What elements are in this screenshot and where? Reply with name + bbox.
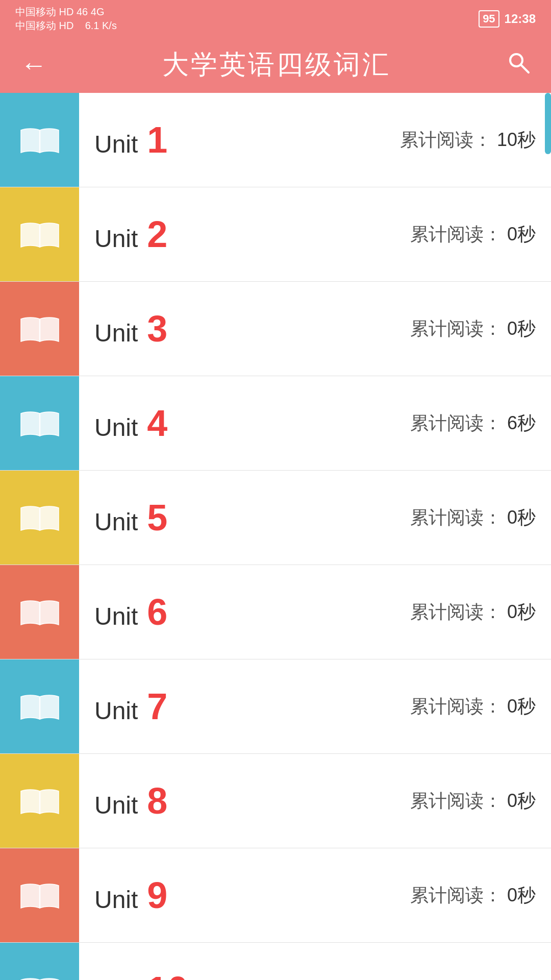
unit-row-3[interactable]: Unit 3 累计阅读： 0秒: [0, 282, 551, 376]
unit-reading-9: 累计阅读： 0秒: [410, 883, 536, 908]
unit-reading-6: 累计阅读： 0秒: [410, 600, 536, 625]
unit-row-7[interactable]: Unit 7 累计阅读： 0秒: [0, 659, 551, 754]
unit-row-10[interactable]: Unit 10 累计阅读： 0秒: [0, 943, 551, 980]
unit-content-3: Unit 3 累计阅读： 0秒: [79, 282, 551, 376]
unit-number-3: 3: [147, 310, 167, 347]
unit-label-5: Unit 5: [94, 499, 167, 536]
unit-icon-2: [0, 187, 79, 281]
unit-text-1: Unit: [94, 130, 138, 158]
unit-reading-time-7: 0秒: [507, 696, 536, 717]
unit-reading-10: 累计阅读： 0秒: [410, 977, 536, 981]
unit-icon-8: [0, 754, 79, 848]
unit-reading-time-1: 10秒: [497, 129, 536, 150]
status-bar: 中国移动 HD 46 4G 中国移动 HD 6.1 K/s 95 12:38: [0, 0, 551, 37]
unit-number-10: 10: [147, 971, 188, 980]
unit-reading-time-9: 0秒: [507, 885, 536, 905]
scroll-indicator: [545, 93, 551, 154]
clock: 12:38: [505, 12, 536, 26]
unit-text-2: Unit: [94, 225, 138, 253]
app-header: ← 大学英语四级词汇: [0, 37, 551, 93]
unit-number-7: 7: [147, 688, 167, 725]
unit-row-4[interactable]: Unit 4 累计阅读： 6秒: [0, 376, 551, 471]
unit-reading-1: 累计阅读： 10秒: [400, 128, 536, 153]
carrier-info: 中国移动 HD 46 4G 中国移动 HD 6.1 K/s: [15, 5, 117, 33]
unit-reading-5: 累计阅读： 0秒: [410, 505, 536, 530]
unit-content-9: Unit 9 累计阅读： 0秒: [79, 848, 551, 942]
unit-number-9: 9: [147, 877, 167, 914]
unit-reading-2: 累计阅读： 0秒: [410, 222, 536, 247]
unit-content-5: Unit 5 累计阅读： 0秒: [79, 471, 551, 565]
unit-number-8: 8: [147, 782, 167, 819]
unit-content-2: Unit 2 累计阅读： 0秒: [79, 187, 551, 281]
unit-number-1: 1: [147, 121, 167, 158]
unit-row-5[interactable]: Unit 5 累计阅读： 0秒: [0, 471, 551, 565]
unit-label-3: Unit 3: [94, 310, 167, 347]
unit-label-2: Unit 2: [94, 216, 167, 253]
unit-text-3: Unit: [94, 319, 138, 347]
unit-reading-time-8: 0秒: [507, 790, 536, 811]
unit-label-9: Unit 9: [94, 877, 167, 914]
system-status: 95 12:38: [479, 10, 536, 28]
unit-label-8: Unit 8: [94, 782, 167, 819]
unit-content-8: Unit 8 累计阅读： 0秒: [79, 754, 551, 848]
unit-icon-4: [0, 376, 79, 470]
unit-reading-time-2: 0秒: [507, 224, 536, 244]
unit-number-4: 4: [147, 405, 167, 442]
unit-row-8[interactable]: Unit 8 累计阅读： 0秒: [0, 754, 551, 848]
svg-line-1: [521, 65, 529, 72]
back-button[interactable]: ←: [20, 50, 47, 80]
battery-icon: 95: [479, 10, 499, 28]
unit-text-5: Unit: [94, 508, 138, 536]
unit-reading-7: 累计阅读： 0秒: [410, 694, 536, 719]
unit-text-8: Unit: [94, 791, 138, 819]
unit-text-7: Unit: [94, 697, 138, 725]
unit-reading-8: 累计阅读： 0秒: [410, 789, 536, 814]
unit-icon-3: [0, 282, 79, 376]
unit-label-7: Unit 7: [94, 688, 167, 725]
unit-list: Unit 1 累计阅读： 10秒 Unit 2 累计阅读： 0秒: [0, 93, 551, 980]
unit-icon-5: [0, 471, 79, 565]
unit-icon-10: [0, 943, 79, 980]
unit-icon-7: [0, 659, 79, 753]
unit-label-10: Unit 10: [94, 971, 188, 980]
unit-icon-1: [0, 93, 79, 187]
unit-content-6: Unit 6 累计阅读： 0秒: [79, 565, 551, 659]
unit-text-6: Unit: [94, 602, 138, 630]
unit-reading-time-4: 6秒: [507, 412, 536, 433]
unit-reading-time-5: 0秒: [507, 507, 536, 528]
unit-row-6[interactable]: Unit 6 累计阅读： 0秒: [0, 565, 551, 659]
unit-content-7: Unit 7 累计阅读： 0秒: [79, 659, 551, 753]
unit-label-1: Unit 1: [94, 121, 167, 158]
search-button[interactable]: [506, 50, 531, 80]
unit-label-4: Unit 4: [94, 405, 167, 442]
unit-label-6: Unit 6: [94, 594, 167, 630]
carrier2-label: 中国移动 HD 6.1 K/s: [15, 19, 117, 33]
carrier1-label: 中国移动 HD 46 4G: [15, 5, 104, 19]
unit-icon-9: [0, 848, 79, 942]
svg-point-0: [510, 54, 522, 66]
unit-row-1[interactable]: Unit 1 累计阅读： 10秒: [0, 93, 551, 187]
unit-number-6: 6: [147, 594, 167, 630]
unit-number-2: 2: [147, 216, 167, 253]
unit-content-1: Unit 1 累计阅读： 10秒: [79, 93, 551, 187]
unit-reading-3: 累计阅读： 0秒: [410, 316, 536, 341]
unit-number-5: 5: [147, 499, 167, 536]
unit-row-9[interactable]: Unit 9 累计阅读： 0秒: [0, 848, 551, 943]
unit-icon-6: [0, 565, 79, 659]
unit-text-4: Unit: [94, 413, 138, 442]
unit-content-4: Unit 4 累计阅读： 6秒: [79, 376, 551, 470]
unit-reading-time-6: 0秒: [507, 601, 536, 622]
unit-reading-time-3: 0秒: [507, 318, 536, 339]
unit-row-2[interactable]: Unit 2 累计阅读： 0秒: [0, 187, 551, 282]
unit-reading-4: 累计阅读： 6秒: [410, 411, 536, 436]
unit-text-9: Unit: [94, 886, 138, 914]
page-title: 大学英语四级词汇: [162, 47, 391, 83]
unit-content-10: Unit 10 累计阅读： 0秒: [79, 943, 551, 980]
